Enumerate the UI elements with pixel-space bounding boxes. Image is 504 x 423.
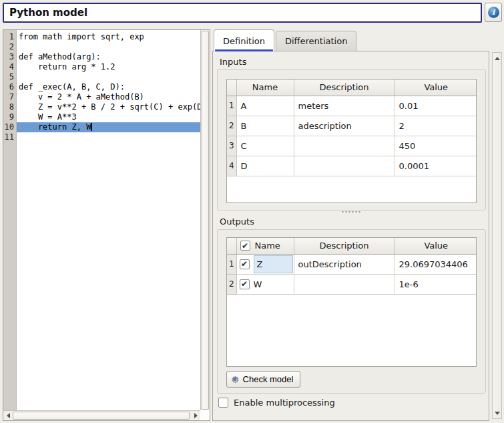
row-header[interactable]: 4 <box>227 156 236 176</box>
tab-differentiation-label: Differentiation <box>285 36 347 46</box>
table-header-row: ✔NameDescriptionValue <box>227 238 477 254</box>
cell-value[interactable]: 2 <box>395 116 477 136</box>
line-number: 1 <box>3 32 16 42</box>
cell-name[interactable]: ✔W <box>236 274 294 294</box>
cell-value[interactable]: 450 <box>395 136 477 156</box>
row-header[interactable]: 3 <box>227 136 236 156</box>
cell-name[interactable]: D <box>236 156 294 176</box>
gear-icon: ⚙ <box>231 375 240 384</box>
code-line[interactable]: def _exec(A, B, C, D): <box>17 82 200 92</box>
column-header-name[interactable]: ✔Name <box>236 238 294 254</box>
tab-differentiation[interactable]: Differentiation <box>276 31 356 51</box>
column-header-value[interactable]: Value <box>395 238 477 254</box>
outputs-section-label: Outputs <box>220 217 254 227</box>
cell-description[interactable] <box>294 136 395 156</box>
tab-definition-label: Definition <box>223 36 265 46</box>
scroll-down-arrow-icon[interactable] <box>493 408 501 418</box>
cell-value[interactable]: 1e-6 <box>395 274 477 294</box>
row-header[interactable]: 2 <box>227 274 236 294</box>
editor-horizontal-scrollbar[interactable] <box>3 410 200 420</box>
code-line[interactable]: v = 2 * A + aMethod(B) <box>17 92 200 102</box>
table-row: 1✔ZoutDescription29.0697034406 <box>227 254 477 274</box>
cell-value[interactable]: 0.01 <box>395 96 477 116</box>
cell-name-text[interactable]: W <box>254 279 262 289</box>
table-row: 3C450 <box>227 136 477 156</box>
editor-vertical-scrollbar[interactable] <box>200 30 210 410</box>
cell-name[interactable]: ✔Z <box>236 254 294 274</box>
code-line[interactable]: Z = v**2 + B / 2 + sqrt(C) + exp(D) <box>17 102 200 112</box>
row-header[interactable]: 1 <box>227 254 236 274</box>
inputs-table[interactable]: NameDescriptionValue1Ameters0.012Badescr… <box>226 79 477 203</box>
column-header-description[interactable]: Description <box>294 80 395 96</box>
cell-description[interactable]: adescription <box>294 116 395 136</box>
line-number: 6 <box>3 82 16 92</box>
outputs-table[interactable]: ✔NameDescriptionValue1✔ZoutDescription29… <box>226 237 477 367</box>
multiprocessing-label: Enable multiprocessing <box>234 398 335 408</box>
cell-name[interactable]: B <box>236 116 294 136</box>
row-header[interactable]: 2 <box>227 116 236 136</box>
row-checkbox[interactable]: ✔ <box>240 279 250 289</box>
column-header-name[interactable]: Name <box>236 80 294 96</box>
scroll-left-arrow-icon[interactable] <box>3 411 13 420</box>
cell-name[interactable]: C <box>236 136 294 156</box>
scroll-up-arrow-icon[interactable] <box>493 53 501 63</box>
outputs-group: ✔NameDescriptionValue1✔ZoutDescription29… <box>217 229 486 394</box>
table-row: 2✔W1e-6 <box>227 274 477 294</box>
splitter-handle[interactable] <box>342 211 360 213</box>
code-line[interactable] <box>17 42 200 52</box>
code-line[interactable]: return arg * 1.2 <box>17 62 200 72</box>
cell-description[interactable] <box>294 274 395 294</box>
column-header-corner <box>227 80 236 96</box>
active-tab-underline <box>215 49 273 51</box>
multiprocessing-checkbox[interactable] <box>218 398 228 408</box>
table-row: 4D0.0001 <box>227 156 477 176</box>
line-number: 5 <box>3 72 16 82</box>
tab-bar: Definition Differentiation <box>214 29 356 51</box>
check-model-button[interactable]: ⚙ Check model <box>226 371 300 388</box>
column-header-label: Name <box>255 241 280 251</box>
line-number: 3 <box>3 52 16 62</box>
code-line[interactable] <box>17 72 200 82</box>
table-row: 2Badescription2 <box>227 116 477 136</box>
code-line[interactable] <box>17 132 200 142</box>
line-number: 7 <box>3 92 16 102</box>
scrollbar-thumb[interactable] <box>13 412 190 420</box>
column-header-value[interactable]: Value <box>395 80 477 96</box>
select-all-checkbox[interactable]: ✔ <box>240 241 250 251</box>
code-line[interactable]: def aMethod(arg): <box>17 52 200 62</box>
cell-name[interactable]: A <box>236 96 294 116</box>
line-number: 4 <box>3 62 16 72</box>
row-header[interactable]: 1 <box>227 96 236 116</box>
text-cursor <box>91 123 92 131</box>
line-number: 9 <box>3 112 16 122</box>
check-model-label: Check model <box>243 374 294 384</box>
scrollbar-thumb[interactable] <box>202 31 209 410</box>
model-name-input[interactable] <box>3 3 482 23</box>
info-button[interactable]: i <box>485 3 502 22</box>
code-line[interactable]: W = A**3 <box>17 112 200 122</box>
cell-name-text[interactable]: Z <box>254 255 293 273</box>
cell-description[interactable]: meters <box>294 96 395 116</box>
cell-value[interactable]: 0.0001 <box>395 156 477 176</box>
inputs-section-label: Inputs <box>220 57 246 67</box>
info-icon: i <box>488 7 499 18</box>
code-editor[interactable]: 1234567891011 from math import sqrt, exp… <box>3 29 210 421</box>
code-line[interactable]: from math import sqrt, exp <box>17 32 200 42</box>
table-row: 1Ameters0.01 <box>227 96 477 116</box>
cell-description[interactable] <box>294 156 395 176</box>
cell-description[interactable]: outDescription <box>294 254 395 274</box>
tab-definition[interactable]: Definition <box>214 29 274 51</box>
inputs-group: NameDescriptionValue1Ameters0.012Badescr… <box>217 69 486 210</box>
column-header-corner <box>227 238 236 254</box>
pane-vertical-scrollbar[interactable] <box>492 52 502 419</box>
cell-value[interactable]: 29.0697034406 <box>395 254 477 274</box>
code-line[interactable]: return Z, W <box>17 122 200 132</box>
column-header-description[interactable]: Description <box>294 238 395 254</box>
editor-body[interactable]: 1234567891011 from math import sqrt, exp… <box>3 30 200 410</box>
scroll-right-arrow-icon[interactable] <box>191 411 200 420</box>
line-number: 10 <box>3 122 16 132</box>
row-checkbox[interactable]: ✔ <box>240 259 250 269</box>
line-number: 8 <box>3 102 16 112</box>
line-number: 11 <box>3 132 16 142</box>
editor-code[interactable]: from math import sqrt, expdef aMethod(ar… <box>17 30 200 410</box>
